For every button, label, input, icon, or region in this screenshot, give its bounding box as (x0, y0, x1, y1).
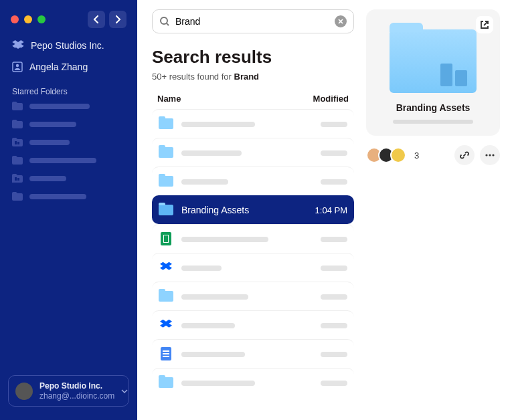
col-modified[interactable]: Modified (313, 94, 349, 104)
gdoc-icon (159, 348, 173, 360)
svg-point-6 (161, 17, 167, 24)
clear-search-button[interactable] (335, 15, 347, 27)
starred-item[interactable] (12, 138, 125, 146)
folder-icon (159, 175, 173, 187)
col-name[interactable]: Name (157, 94, 181, 104)
page-title: Search results (152, 47, 354, 68)
result-row[interactable] (152, 138, 354, 167)
starred-folders-list (0, 102, 137, 201)
svg-point-7 (485, 154, 487, 156)
more-actions-button[interactable] (480, 145, 500, 165)
starred-item[interactable] (12, 156, 125, 165)
svg-point-9 (492, 154, 494, 156)
maximize-window-icon[interactable] (37, 15, 46, 23)
extra-member-count: 3 (414, 150, 419, 161)
preview-panel: Branding Assets 3 (366, 9, 500, 420)
starred-item[interactable] (12, 102, 125, 110)
team-folder-icon (12, 138, 23, 146)
search-bar[interactable] (152, 9, 354, 33)
nav-forward-button[interactable] (109, 11, 126, 28)
org-name: Pepo Studios Inc. (31, 40, 104, 51)
user-name: Angela Zhang (29, 62, 88, 72)
result-modified: 1:04 PM (301, 205, 347, 215)
member-avatars[interactable] (366, 147, 406, 163)
folder-icon (159, 118, 173, 130)
share-row: 3 (366, 145, 500, 165)
folder-icon (159, 377, 173, 389)
svg-rect-2 (15, 141, 17, 144)
team-folder-icon (12, 174, 23, 183)
results-summary: 50+ results found for Brand (152, 72, 354, 82)
svg-point-8 (489, 154, 491, 156)
svg-rect-3 (17, 142, 19, 144)
user-icon (12, 62, 23, 72)
search-icon (159, 16, 170, 27)
result-row[interactable] (152, 339, 354, 368)
preview-title: Branding Assets (396, 102, 471, 113)
account-name: Pepo Studio Inc. (39, 381, 114, 391)
account-email: zhang@...dioinc.com (39, 391, 114, 401)
account-switcher[interactable]: Pepo Studio Inc. zhang@...dioinc.com (8, 375, 129, 407)
folder-icon (159, 146, 173, 159)
folder-icon (12, 120, 23, 128)
folder-icon (159, 290, 173, 302)
avatar (390, 147, 406, 163)
copy-link-button[interactable] (454, 145, 475, 165)
sidebar: Pepo Studios Inc. Angela Zhang Starred F… (0, 0, 137, 420)
preview-card: Branding Assets (366, 9, 500, 136)
starred-item[interactable] (12, 174, 125, 183)
user-selector[interactable]: Angela Zhang (0, 56, 137, 78)
result-row[interactable] (152, 310, 354, 339)
search-input[interactable] (175, 16, 329, 27)
starred-item[interactable] (12, 192, 125, 201)
open-external-button[interactable] (476, 16, 493, 33)
dropbox-icon (12, 40, 24, 51)
result-row[interactable] (152, 282, 354, 310)
close-window-icon[interactable] (11, 15, 19, 23)
starred-item[interactable] (12, 120, 125, 128)
org-selector[interactable]: Pepo Studios Inc. (0, 35, 137, 56)
result-row[interactable] (152, 224, 354, 253)
sheets-icon (159, 233, 173, 245)
result-row[interactable] (152, 109, 354, 138)
chevron-down-icon (121, 389, 128, 394)
nav-back-button[interactable] (88, 11, 105, 28)
result-row[interactable] (152, 368, 354, 397)
window-controls (0, 7, 137, 35)
result-name: Branding Assets (181, 205, 292, 215)
team-folder-icon (159, 204, 173, 216)
dropbox-file-icon (159, 319, 173, 331)
starred-folders-heading: Starred Folders (0, 78, 137, 102)
dropbox-file-icon (159, 261, 173, 274)
minimize-window-icon[interactable] (24, 15, 32, 23)
svg-rect-5 (17, 178, 19, 181)
results-header: Name Modified (152, 82, 354, 109)
folder-icon (12, 156, 23, 165)
result-row-selected[interactable]: Branding Assets 1:04 PM (152, 195, 354, 224)
results-list: Branding Assets 1:04 PM (152, 109, 354, 397)
folder-preview-icon (390, 29, 477, 93)
svg-point-1 (16, 64, 19, 67)
folder-icon (12, 192, 23, 201)
result-row[interactable] (152, 167, 354, 195)
result-row[interactable] (152, 253, 354, 282)
avatar (15, 383, 33, 400)
preview-progress (393, 120, 473, 124)
svg-rect-4 (15, 177, 17, 181)
folder-icon (12, 102, 23, 110)
